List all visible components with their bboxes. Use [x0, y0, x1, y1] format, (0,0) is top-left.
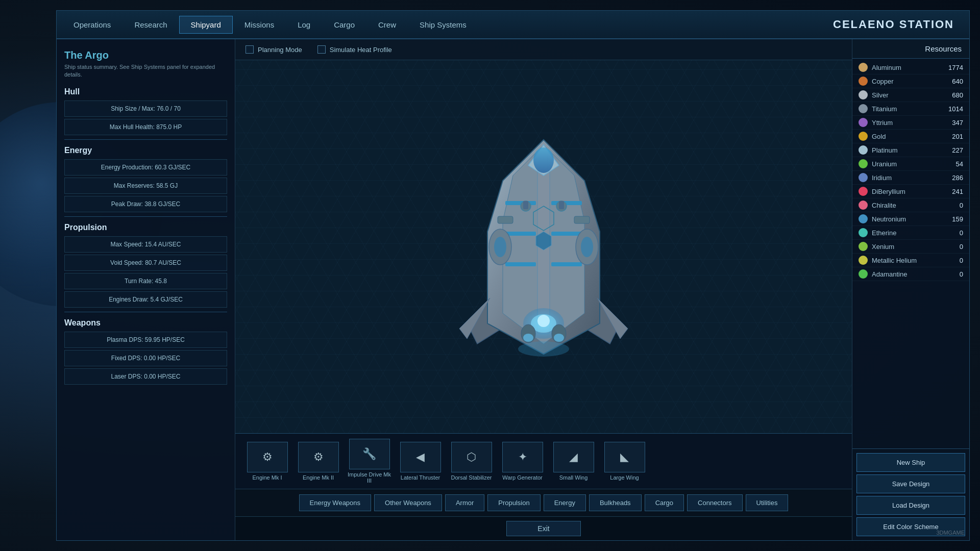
- tab-connectors[interactable]: Connectors: [687, 494, 742, 511]
- right-action-buttons: New Ship Save Design Load Design Edit Co…: [852, 448, 969, 540]
- resource-row-metallic-helium: Metallic Helium0: [852, 254, 969, 267]
- prop-stat-0: Max Speed: 15.4 AU/SEC: [64, 236, 227, 253]
- part-label-lateral-thruster: Lateral Thruster: [401, 474, 440, 481]
- resource-row-platinum: Platinum227: [852, 143, 969, 157]
- resource-row-copper: Copper640: [852, 74, 969, 88]
- part-dorsal-stabilizer[interactable]: ⬡ Dorsal Stabilizer: [447, 442, 496, 481]
- resource-name-10: Chiralite: [872, 202, 943, 209]
- svg-rect-9: [505, 262, 536, 266]
- part-label-small-wing: Small Wing: [559, 474, 588, 481]
- small-wing-icon: ◢: [569, 450, 578, 464]
- exit-button[interactable]: Exit: [506, 521, 580, 536]
- svg-rect-11: [551, 232, 582, 236]
- planning-mode-box[interactable]: [246, 45, 254, 54]
- tab-energy[interactable]: Energy: [544, 494, 586, 511]
- nav-shipyard[interactable]: Shipyard: [179, 16, 233, 34]
- tab-armor[interactable]: Armor: [445, 494, 484, 511]
- part-lateral-thruster[interactable]: ◀ Lateral Thruster: [396, 442, 445, 481]
- resource-icon-1: [859, 77, 868, 86]
- tab-energy-weapons[interactable]: Energy Weapons: [299, 494, 372, 511]
- part-label-impulse-drive: Impulse Drive Mk III: [345, 471, 394, 484]
- part-icon-engine-mk2: ⚙: [298, 442, 339, 472]
- nav-research[interactable]: Research: [122, 16, 179, 34]
- resource-icon-12: [859, 228, 868, 237]
- svg-point-21: [537, 315, 550, 327]
- part-label-dorsal-stabilizer: Dorsal Stabilizer: [451, 474, 492, 481]
- center-area: Planning Mode Simulate Heat Profile: [235, 39, 852, 540]
- part-engine-mk1[interactable]: ⚙ Engine Mk I: [243, 442, 291, 481]
- svg-rect-14: [574, 216, 590, 223]
- part-icon-small-wing: ◢: [553, 442, 594, 472]
- right-panel: Resources Aluminum1774Copper640Silver680…: [852, 39, 969, 540]
- ship-name: The Argo: [64, 49, 227, 61]
- resource-icon-13: [859, 242, 868, 251]
- resource-icon-11: [859, 214, 868, 223]
- resource-icon-15: [859, 269, 868, 279]
- resource-name-13: Xenium: [872, 243, 943, 251]
- planning-mode-label: Planning Mode: [258, 46, 302, 54]
- save-design-button[interactable]: Save Design: [856, 474, 965, 493]
- nav-cargo[interactable]: Cargo: [322, 16, 366, 34]
- engine-mk2-icon: ⚙: [313, 450, 324, 464]
- part-impulse-drive[interactable]: 🔧 Impulse Drive Mk III: [345, 439, 394, 484]
- content-area: The Argo Ship status summary. See Ship S…: [57, 39, 969, 540]
- resource-value-9: 241: [943, 188, 963, 195]
- nav-crew[interactable]: Crew: [366, 16, 408, 34]
- resource-name-3: Titanium: [872, 105, 943, 113]
- resource-icon-3: [859, 104, 868, 113]
- svg-rect-29: [523, 201, 528, 209]
- svg-point-16: [494, 237, 506, 257]
- energy-stat-2: Peak Draw: 38.8 GJ/SEC: [64, 196, 227, 212]
- resource-value-1: 640: [943, 78, 963, 85]
- resources-header: Resources: [852, 39, 969, 59]
- svg-point-6: [533, 147, 554, 173]
- heat-profile-label: Simulate Heat Profile: [330, 46, 392, 54]
- heat-profile-checkbox[interactable]: Simulate Heat Profile: [317, 45, 392, 54]
- heat-profile-box[interactable]: [317, 45, 326, 54]
- resource-row-neutronium: Neutronium159: [852, 212, 969, 226]
- main-window: Operations Research Shipyard Missions Lo…: [56, 10, 970, 541]
- resource-row-etherine: Etherine0: [852, 226, 969, 240]
- prop-stat-3: Engines Draw: 5.4 GJ/SEC: [64, 291, 227, 308]
- resource-value-2: 680: [943, 91, 963, 99]
- nav-log[interactable]: Log: [286, 16, 322, 34]
- part-engine-mk2[interactable]: ⚙ Engine Mk II: [294, 442, 342, 481]
- resource-icon-10: [859, 201, 868, 210]
- resource-name-8: Iridium: [872, 174, 943, 182]
- part-large-wing[interactable]: ◣ Large Wing: [600, 442, 649, 481]
- weapons-section-title: Weapons: [64, 318, 227, 328]
- svg-rect-31: [559, 201, 564, 209]
- energy-section-title: Energy: [64, 146, 227, 155]
- nav-operations[interactable]: Operations: [62, 16, 122, 34]
- prop-stat-1: Void Speed: 80.7 AU/SEC: [64, 255, 227, 271]
- weapons-stat-1: Fixed DPS: 0.00 HP/SEC: [64, 350, 227, 366]
- svg-point-23: [523, 334, 533, 342]
- tab-propulsion[interactable]: Propulsion: [487, 494, 540, 511]
- resource-icon-7: [859, 159, 868, 168]
- svg-rect-13: [498, 216, 513, 223]
- resource-value-5: 201: [943, 133, 963, 140]
- part-small-wing[interactable]: ◢ Small Wing: [549, 442, 598, 481]
- propulsion-section-title: Propulsion: [64, 223, 227, 232]
- tab-other-weapons[interactable]: Other Weapons: [374, 494, 442, 511]
- tab-cargo[interactable]: Cargo: [645, 494, 684, 511]
- part-icon-impulse-drive: 🔧: [349, 439, 390, 469]
- nav-missions[interactable]: Missions: [233, 16, 286, 34]
- nav-ship-systems[interactable]: Ship Systems: [408, 16, 478, 34]
- tab-utilities[interactable]: Utilities: [746, 494, 789, 511]
- part-warp-generator[interactable]: ✦ Warp Generator: [498, 442, 547, 481]
- ship-image: [447, 130, 641, 364]
- resource-name-11: Neutronium: [872, 215, 943, 223]
- hull-section-title: Hull: [64, 87, 227, 96]
- planning-mode-checkbox[interactable]: Planning Mode: [246, 45, 302, 54]
- resource-name-0: Aluminum: [872, 64, 943, 71]
- svg-point-25: [554, 334, 564, 342]
- resource-name-2: Silver: [872, 91, 943, 99]
- tab-bulkheads[interactable]: Bulkheads: [589, 494, 642, 511]
- new-ship-button[interactable]: New Ship: [856, 453, 965, 472]
- resource-row-silver: Silver680: [852, 88, 969, 102]
- load-design-button[interactable]: Load Design: [856, 496, 965, 515]
- resource-name-14: Metallic Helium: [872, 257, 943, 264]
- resource-row-chiralite: Chiralite0: [852, 198, 969, 212]
- weapons-stat-0: Plasma DPS: 59.95 HP/SEC: [64, 332, 227, 348]
